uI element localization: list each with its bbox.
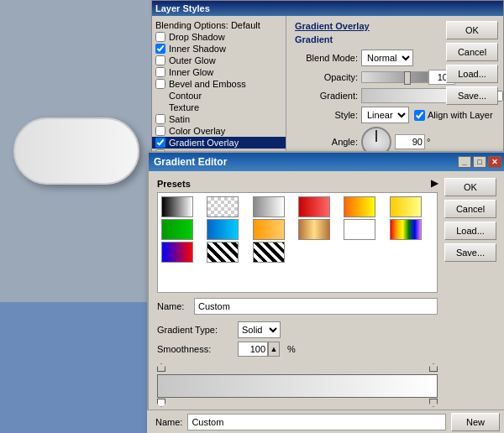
opacity-stop-left[interactable] bbox=[157, 363, 165, 372]
close-button[interactable]: ✕ bbox=[488, 156, 501, 168]
minimize-button[interactable]: _ bbox=[458, 156, 471, 168]
satin-label: Satin bbox=[169, 114, 190, 124]
gradient-type-select[interactable]: Solid Noise bbox=[238, 321, 281, 338]
preset-red[interactable] bbox=[298, 196, 330, 217]
smoothness-label: Smoothness: bbox=[157, 344, 233, 354]
inner-glow-label: Inner Glow bbox=[169, 67, 213, 77]
align-checkbox[interactable] bbox=[414, 110, 425, 121]
gradient-overlay-item[interactable]: Gradient Overlay bbox=[152, 137, 286, 149]
preset-orange-yellow[interactable] bbox=[344, 196, 375, 217]
blend-mode-select[interactable]: Normal bbox=[361, 50, 413, 66]
opacity-stops-row bbox=[157, 363, 438, 373]
strip-new-button[interactable]: New bbox=[451, 413, 500, 431]
texture-label: Texture bbox=[169, 102, 199, 112]
gradient-editor-titlebar: Gradient Editor _ □ ✕ bbox=[149, 153, 504, 171]
smoothness-input[interactable] bbox=[238, 342, 268, 357]
gradient-label: Gradient: bbox=[295, 91, 358, 101]
drop-shadow-item[interactable]: Drop Shadow bbox=[152, 31, 286, 43]
preset-yellow[interactable] bbox=[390, 196, 422, 217]
angle-input[interactable] bbox=[395, 134, 425, 149]
outer-glow-check[interactable] bbox=[155, 55, 165, 65]
presets-arrow[interactable]: ▶ bbox=[431, 178, 438, 189]
ge-cancel-button[interactable]: Cancel bbox=[444, 200, 496, 218]
preset-black-stripes[interactable] bbox=[253, 242, 285, 263]
ok-button[interactable]: OK bbox=[446, 21, 498, 39]
ge-ok-button[interactable]: OK bbox=[444, 178, 496, 196]
layer-thumbnail bbox=[13, 117, 139, 185]
style-select[interactable]: Linear bbox=[361, 107, 409, 123]
gradient-bar[interactable] bbox=[157, 374, 438, 398]
load-button[interactable]: Load... bbox=[446, 65, 498, 83]
gradient-editor-main: Presets ▶ bbox=[157, 178, 438, 433]
blending-options-item[interactable]: Blending Options: Default bbox=[152, 19, 286, 31]
titlebar-buttons: _ □ ✕ bbox=[458, 156, 501, 168]
bevel-emboss-check[interactable] bbox=[155, 79, 165, 89]
preset-blue-green[interactable] bbox=[207, 219, 239, 240]
action-buttons: OK Cancel Load... Save... bbox=[441, 16, 503, 110]
cancel-button[interactable]: Cancel bbox=[446, 43, 498, 61]
smoothness-unit: % bbox=[287, 344, 296, 354]
color-overlay-check[interactable] bbox=[155, 126, 165, 136]
maximize-button[interactable]: □ bbox=[473, 156, 486, 168]
angle-label: Angle: bbox=[295, 137, 358, 147]
smoothness-stepper: ▲ bbox=[238, 342, 280, 357]
inner-glow-check[interactable] bbox=[155, 67, 165, 77]
preset-bw[interactable] bbox=[161, 196, 193, 217]
gradient-editor-window: Gradient Editor _ □ ✕ Presets ▶ bbox=[147, 151, 504, 433]
smoothness-row: Smoothness: ▲ % bbox=[157, 342, 438, 357]
preset-diagonal[interactable] bbox=[207, 242, 239, 263]
name-input[interactable] bbox=[194, 298, 438, 315]
preset-rainbow[interactable] bbox=[390, 219, 422, 240]
satin-check[interactable] bbox=[155, 114, 165, 124]
color-overlay-label: Color Overlay bbox=[169, 126, 225, 136]
name-row: Name: bbox=[157, 298, 438, 315]
strip-name-label: Name: bbox=[155, 417, 182, 427]
presets-label: Presets bbox=[157, 179, 191, 189]
opacity-slider[interactable] bbox=[361, 71, 428, 83]
gradient-editor-title: Gradient Editor bbox=[154, 156, 227, 168]
color-stop-right[interactable] bbox=[429, 399, 438, 407]
ge-save-button[interactable]: Save... bbox=[444, 243, 496, 262]
preset-copper[interactable] bbox=[298, 219, 330, 240]
contour-item[interactable]: Contour bbox=[152, 90, 286, 102]
preset-white-transparent[interactable] bbox=[344, 219, 375, 240]
align-check-row: Align with Layer bbox=[414, 110, 493, 121]
preset-blue-red[interactable] bbox=[161, 242, 193, 263]
gradient-overlay-label: Gradient Overlay bbox=[169, 138, 239, 148]
layer-styles-panel: Layer Styles Blending Options: Default D… bbox=[151, 0, 504, 176]
gradient-type-label: Gradient Type: bbox=[157, 325, 233, 335]
satin-item[interactable]: Satin bbox=[152, 113, 286, 125]
preset-gray[interactable] bbox=[253, 196, 285, 217]
save-button[interactable]: Save... bbox=[446, 86, 498, 105]
presets-area[interactable] bbox=[157, 192, 438, 293]
texture-item[interactable]: Texture bbox=[152, 102, 286, 113]
blend-mode-label: Blend Mode: bbox=[295, 53, 358, 63]
ge-load-button[interactable]: Load... bbox=[444, 222, 496, 240]
color-stop-left[interactable] bbox=[157, 399, 165, 407]
inner-shadow-label: Inner Shadow bbox=[169, 44, 226, 54]
preset-green[interactable] bbox=[161, 219, 193, 240]
inner-shadow-check[interactable] bbox=[155, 44, 165, 54]
color-overlay-item[interactable]: Color Overlay bbox=[152, 125, 286, 137]
strip-name-input[interactable] bbox=[187, 414, 446, 430]
opacity-stop-right[interactable] bbox=[429, 363, 438, 372]
contour-label: Contour bbox=[169, 91, 202, 101]
inner-glow-item[interactable]: Inner Glow bbox=[152, 66, 286, 78]
preset-transparent[interactable] bbox=[207, 196, 239, 217]
angle-unit: ° bbox=[427, 137, 430, 147]
presets-grid bbox=[161, 196, 433, 263]
drop-shadow-check[interactable] bbox=[155, 32, 165, 42]
gradient-type-row: Gradient Type: Solid Noise bbox=[157, 321, 438, 338]
gradient-editor-body: Presets ▶ bbox=[149, 171, 504, 433]
ge-action-buttons: OK Cancel Load... Save... bbox=[444, 178, 498, 433]
align-label: Align with Layer bbox=[428, 110, 493, 120]
preset-violet-orange[interactable] bbox=[253, 219, 285, 240]
bevel-emboss-item[interactable]: Bevel and Emboss bbox=[152, 78, 286, 90]
name-label: Name: bbox=[157, 301, 189, 311]
opacity-label: Opacity: bbox=[295, 72, 358, 82]
outer-glow-item[interactable]: Outer Glow bbox=[152, 55, 286, 66]
gradient-overlay-check[interactable] bbox=[155, 138, 165, 148]
smoothness-up-btn[interactable]: ▲ bbox=[268, 342, 280, 357]
inner-shadow-item[interactable]: Inner Shadow bbox=[152, 43, 286, 55]
outer-glow-label: Outer Glow bbox=[169, 55, 216, 65]
